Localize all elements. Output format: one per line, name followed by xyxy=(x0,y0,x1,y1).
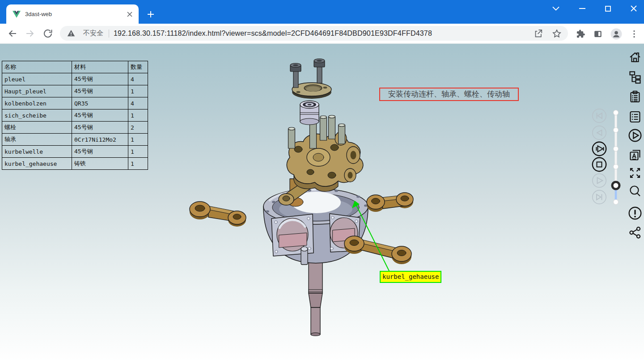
bom-row: kolbenbolzenQR354 xyxy=(2,97,148,109)
address-bar[interactable]: 不安全 192.168.30.157:11182/index.html?view… xyxy=(60,26,568,41)
zoom-search-button[interactable] xyxy=(627,184,643,199)
close-icon xyxy=(631,5,637,12)
bom-cell: 1 xyxy=(128,158,148,170)
share-icon[interactable] xyxy=(533,29,543,38)
profile-avatar-icon xyxy=(610,28,622,40)
bom-cell: 螺栓 xyxy=(2,122,72,134)
part-pleuel-right-upper xyxy=(367,193,413,212)
new-tab-button[interactable] xyxy=(144,8,157,21)
step-back-button[interactable] xyxy=(592,125,607,140)
step-back-icon xyxy=(592,125,607,140)
bom-row: sich_scheibe45号钢1 xyxy=(2,109,148,122)
fit-fullscreen-icon xyxy=(628,166,642,180)
part-shaft xyxy=(309,254,322,336)
assembly-tree-button[interactable] xyxy=(627,69,643,84)
slider-handle xyxy=(612,182,619,189)
bom-cell: 45号钢 xyxy=(72,73,128,85)
bom-cell: 铸铁 xyxy=(72,158,128,170)
steps-list-button[interactable] xyxy=(627,109,643,124)
bom-clipboard-icon xyxy=(628,89,642,104)
play-button[interactable] xyxy=(592,173,607,188)
home-button[interactable] xyxy=(627,50,643,65)
fit-fullscreen-button[interactable] xyxy=(627,165,643,181)
side-panel-button[interactable] xyxy=(592,28,604,40)
browser-tab[interactable]: 3dast-web xyxy=(6,4,139,24)
bom-cell: 45号钢 xyxy=(72,85,128,97)
part-bearing xyxy=(300,101,319,125)
back-button[interactable] xyxy=(7,28,18,39)
reload-button[interactable] xyxy=(42,28,54,39)
step-annotation: 安装传动连杆、轴承、螺栓、传动轴 xyxy=(379,88,519,101)
skip-to-end-icon xyxy=(592,189,607,205)
bom-row: pleuel45号钢4 xyxy=(2,73,148,85)
bom-row: kurbelwelle45号钢1 xyxy=(2,146,148,158)
step-play-icon xyxy=(592,141,607,156)
browser-window: 名称 材料 数量 pleuel45号钢4 Haupt_pleuel45号钢1 k… xyxy=(0,0,644,362)
warning-triangle-icon xyxy=(67,29,75,37)
bom-cell: 1 xyxy=(128,109,148,122)
info-alert-icon xyxy=(627,206,643,221)
bom-cell: 4 xyxy=(128,73,148,85)
bom-cell: sich_scheibe xyxy=(2,109,72,122)
extensions-button[interactable] xyxy=(574,28,587,40)
window-minimize-button[interactable] xyxy=(572,2,592,15)
bom-cell: kurbel_gehaeuse xyxy=(2,158,72,170)
bom-table: 名称 材料 数量 pleuel45号钢4 Haupt_pleuel45号钢1 k… xyxy=(2,61,148,170)
security-label: 不安全 xyxy=(83,29,103,38)
bom-clipboard-button[interactable] xyxy=(627,89,643,104)
bom-cell: 45号钢 xyxy=(72,109,128,122)
share-model-button[interactable] xyxy=(627,225,643,240)
part-pleuel-right-lower xyxy=(344,236,411,264)
bom-cell: Haupt_pleuel xyxy=(2,85,72,97)
bom-cell: 0Cr17Ni12Mo2 xyxy=(72,134,128,146)
skip-to-start-icon xyxy=(592,108,607,123)
animation-progress-slider[interactable] xyxy=(611,108,621,206)
tab-title: 3dast-web xyxy=(25,11,121,17)
window-chevron-button[interactable] xyxy=(546,2,566,15)
bom-header-cell: 名称 xyxy=(2,61,72,73)
bom-cell: 4 xyxy=(128,97,148,109)
play-animation-button[interactable] xyxy=(627,128,643,143)
menu-kebab-button[interactable] xyxy=(628,28,640,40)
window-maximize-button[interactable] xyxy=(598,2,618,15)
chevron-down-icon xyxy=(552,6,559,11)
annotation-label-icon xyxy=(628,148,642,162)
zoom-search-icon xyxy=(628,184,642,198)
viewport-3d[interactable] xyxy=(0,0,644,362)
stop-icon xyxy=(592,157,607,172)
bom-cell: kolbenbolzen xyxy=(2,97,72,109)
extensions-puzzle-icon xyxy=(576,29,585,39)
step-play-button[interactable] xyxy=(592,141,607,156)
stop-button[interactable] xyxy=(592,157,607,172)
progress-slider-track xyxy=(611,108,621,206)
profile-avatar[interactable] xyxy=(610,28,623,40)
omnibox-separator xyxy=(109,29,109,38)
tab-close-icon[interactable] xyxy=(127,12,132,17)
bom-cell: 1 xyxy=(128,146,148,158)
home-icon xyxy=(628,50,642,64)
skip-to-end-button[interactable] xyxy=(592,189,607,205)
share-model-icon xyxy=(628,225,642,240)
bom-row: 轴承0Cr17Ni12Mo21 xyxy=(2,134,148,146)
bom-cell: 轴承 xyxy=(2,134,72,146)
annotation-label-button[interactable] xyxy=(627,147,643,163)
bom-row: kurbel_gehaeuse铸铁1 xyxy=(2,158,148,170)
info-alert-button[interactable] xyxy=(627,206,643,221)
play-animation-icon xyxy=(627,128,643,143)
bom-header-row: 名称 材料 数量 xyxy=(2,61,148,73)
bookmark-star-icon[interactable] xyxy=(552,29,562,38)
vue-favicon xyxy=(13,11,21,18)
url-text: 192.168.30.157:11182/index.html?viewer=s… xyxy=(114,29,529,38)
bom-cell: pleuel xyxy=(2,73,72,85)
bom-cell: QR35 xyxy=(72,97,128,109)
bom-cell: 45号钢 xyxy=(72,122,128,134)
browser-toolbar: 不安全 192.168.30.157:11182/index.html?view… xyxy=(0,24,644,44)
window-close-button[interactable] xyxy=(624,2,644,15)
forward-button[interactable] xyxy=(24,28,36,39)
bom-header-cell: 材料 xyxy=(72,61,128,73)
side-panel-icon xyxy=(593,29,603,39)
bom-cell: 2 xyxy=(128,122,148,134)
bom-row: 螺栓45号钢2 xyxy=(2,122,148,134)
skip-to-start-button[interactable] xyxy=(592,108,607,123)
minimize-icon xyxy=(579,8,585,9)
